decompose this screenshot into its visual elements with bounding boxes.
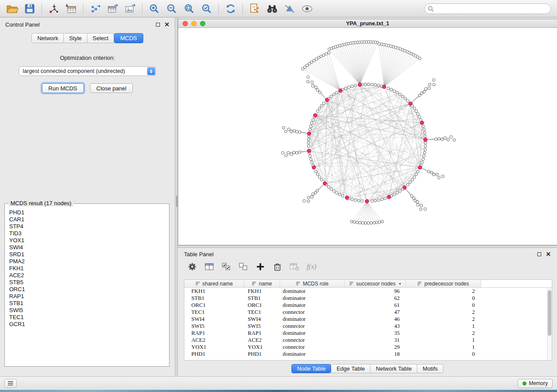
network-node[interactable] — [320, 179, 323, 181]
export-network-button[interactable] — [86, 1, 104, 16]
network-node[interactable] — [374, 83, 377, 86]
mcds-node-item[interactable]: STB5 — [9, 279, 167, 286]
tab-motifs[interactable]: Motifs — [417, 364, 443, 373]
network-node[interactable] — [338, 193, 341, 196]
save-session-button[interactable] — [21, 1, 38, 16]
network-node[interactable] — [370, 83, 373, 86]
network-node[interactable] — [316, 110, 319, 112]
dominator-node[interactable] — [339, 89, 342, 92]
table-row[interactable]: FKH1FKH1dominator962 — [184, 288, 547, 295]
network-node[interactable] — [399, 190, 401, 193]
leaf-node[interactable] — [423, 90, 426, 93]
column-header-predecessor-nodes[interactable]: predecessor nodes — [406, 280, 481, 287]
zoom-selected-button[interactable] — [198, 1, 215, 16]
leaf-node[interactable] — [442, 175, 444, 178]
network-node[interactable] — [316, 173, 319, 175]
table-scrollbar[interactable] — [547, 288, 552, 360]
minimize-window-icon[interactable] — [191, 21, 197, 26]
mcds-node-item[interactable]: ORC1 — [9, 286, 167, 293]
export-table-button[interactable] — [104, 1, 121, 16]
leaf-node[interactable] — [416, 203, 419, 206]
leaf-node[interactable] — [436, 173, 439, 175]
network-node[interactable] — [327, 186, 330, 188]
leaf-node[interactable] — [318, 91, 321, 93]
dominator-node[interactable] — [312, 165, 315, 169]
network-node[interactable] — [413, 107, 415, 110]
network-node[interactable] — [384, 197, 386, 199]
mcds-node-item[interactable]: YOX1 — [9, 237, 167, 244]
dominator-node[interactable] — [358, 83, 361, 86]
network-node[interactable] — [422, 158, 424, 161]
mcds-node-item[interactable]: RAP1 — [9, 293, 167, 300]
leaf-node[interactable] — [320, 55, 322, 58]
leaf-node[interactable] — [307, 200, 310, 203]
network-node[interactable] — [332, 93, 335, 96]
memory-button[interactable]: Memory — [518, 379, 553, 388]
dominator-node[interactable] — [420, 121, 424, 124]
select-all-button[interactable] — [219, 260, 234, 273]
run-mcds-button[interactable]: Run MCDS — [42, 83, 84, 93]
network-node[interactable] — [308, 155, 311, 157]
mcds-node-item[interactable]: PMA2 — [9, 258, 167, 265]
leaf-node[interactable] — [444, 137, 446, 139]
leaf-node[interactable] — [298, 131, 301, 133]
tab-network[interactable]: Network — [31, 33, 64, 43]
network-node[interactable] — [320, 104, 323, 107]
leaf-node[interactable] — [364, 222, 367, 224]
dominator-node[interactable] — [403, 186, 406, 189]
network-node[interactable] — [311, 119, 314, 121]
leaf-node[interactable] — [315, 86, 317, 89]
scrollbar-thumb[interactable] — [548, 290, 551, 336]
leaf-node[interactable] — [290, 153, 293, 155]
network-node[interactable] — [415, 173, 418, 175]
network-node[interactable] — [396, 192, 398, 194]
dominator-node[interactable] — [325, 98, 329, 102]
leaf-node[interactable] — [416, 200, 419, 203]
network-node[interactable] — [377, 84, 380, 87]
leaf-node[interactable] — [328, 48, 330, 51]
network-node[interactable] — [401, 95, 404, 98]
leaf-node[interactable] — [370, 222, 373, 224]
tab-mcds[interactable]: MCDS — [114, 33, 143, 43]
leaf-node[interactable] — [418, 94, 421, 97]
leaf-node[interactable] — [420, 204, 422, 207]
network-node[interactable] — [374, 199, 377, 202]
network-node[interactable] — [357, 199, 360, 202]
show-graphics-details-button[interactable] — [298, 1, 316, 16]
network-node[interactable] — [341, 195, 344, 197]
network-node[interactable] — [354, 199, 356, 201]
network-node[interactable] — [409, 181, 412, 184]
close-panel-button[interactable]: Close panel — [90, 83, 133, 93]
network-node[interactable] — [322, 102, 325, 104]
mcds-result-list[interactable]: PHD1CAR1STP4TID3YOX1SWI4SRD1PMA2FKH1ACE2… — [9, 209, 167, 364]
dominator-node[interactable] — [382, 85, 386, 89]
network-node[interactable] — [381, 198, 383, 200]
zoom-fit-button[interactable] — [180, 1, 198, 16]
mcds-node-item[interactable]: ACE2 — [9, 272, 167, 279]
leaf-node[interactable] — [293, 129, 295, 132]
leaf-node[interactable] — [287, 151, 290, 154]
import-table-button[interactable] — [62, 1, 80, 16]
leaf-node[interactable] — [311, 193, 314, 196]
table-row[interactable]: STB1STB1dominator620 — [184, 295, 547, 302]
network-node[interactable] — [406, 183, 409, 186]
leaf-node[interactable] — [356, 221, 358, 224]
network-node[interactable] — [332, 190, 335, 193]
leaf-node[interactable] — [429, 83, 431, 86]
optimization-criterion-select[interactable]: largest connected component (undirected) — [19, 66, 156, 76]
close-table-panel-icon[interactable]: ✕ — [546, 252, 551, 256]
leaf-node[interactable] — [414, 199, 416, 202]
network-node[interactable] — [360, 199, 363, 202]
leaf-node[interactable] — [307, 196, 310, 199]
network-node[interactable] — [399, 93, 401, 96]
leaf-node[interactable] — [359, 221, 361, 224]
network-node[interactable] — [423, 131, 426, 134]
leaf-node[interactable] — [373, 221, 375, 224]
mcds-node-item[interactable]: GCR1 — [9, 321, 167, 328]
leaf-node[interactable] — [290, 130, 293, 133]
dominator-node[interactable] — [345, 196, 349, 199]
column-header-shared-name[interactable]: shared name — [184, 280, 244, 287]
mcds-node-item[interactable]: TEC1 — [9, 314, 167, 321]
network-node[interactable] — [311, 122, 313, 124]
leaf-node[interactable] — [430, 171, 433, 174]
